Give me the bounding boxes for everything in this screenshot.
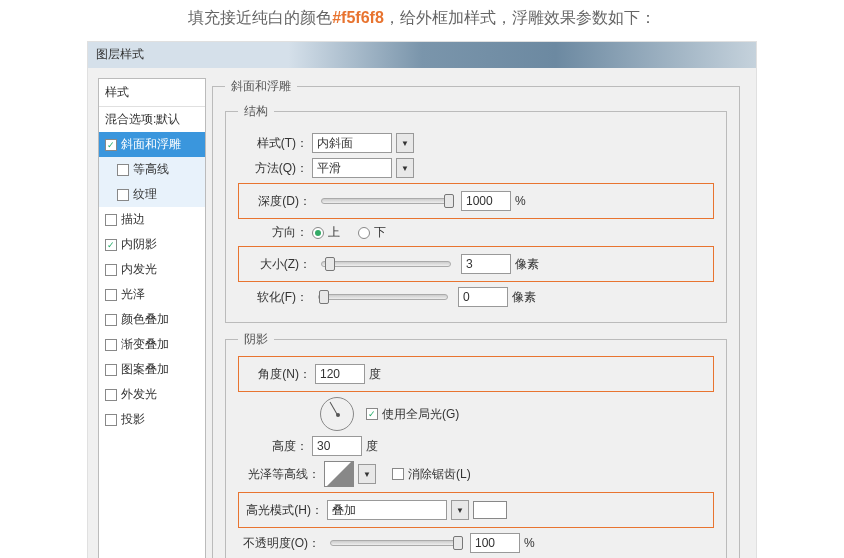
dropdown-arrow-icon[interactable]: ▼ (396, 133, 414, 153)
direction-down-radio[interactable] (358, 227, 370, 239)
sidebar-item-11[interactable]: 投影 (99, 407, 205, 432)
sidebar-checkbox[interactable] (105, 239, 117, 251)
sidebar-item-label: 渐变叠加 (121, 336, 169, 353)
sidebar-checkbox[interactable] (105, 339, 117, 351)
sidebar-item-label: 图案叠加 (121, 361, 169, 378)
sidebar-item-label: 颜色叠加 (121, 311, 169, 328)
hex-color-1: #f5f6f8 (332, 9, 384, 26)
sidebar-checkbox[interactable] (105, 214, 117, 226)
depth-input[interactable]: 1000 (461, 191, 511, 211)
soften-slider[interactable] (318, 294, 448, 300)
antialias-label: 消除锯齿(L) (408, 466, 471, 483)
down-label: 下 (374, 224, 386, 241)
method-label: 方法(Q)： (238, 160, 308, 177)
sidebar-checkbox[interactable] (105, 364, 117, 376)
sidebar-item-label: 内阴影 (121, 236, 157, 253)
structure-fieldset: 结构 样式(T)： 内斜面 ▼ 方法(Q)： 平滑 ▼ 深度(D)： (225, 103, 727, 323)
sidebar-checkbox[interactable] (105, 139, 117, 151)
highlight-opacity-label: 不透明度(O)： (238, 535, 320, 552)
direction-label: 方向： (238, 224, 308, 241)
soften-label: 软化(F)： (238, 289, 308, 306)
layer-style-dialog: 图层样式 样式 混合选项:默认 斜面和浮雕等高线纹理描边内阴影内发光光泽颜色叠加… (87, 41, 757, 558)
structure-legend: 结构 (238, 103, 274, 120)
sidebar-item-6[interactable]: 光泽 (99, 282, 205, 307)
global-light-checkbox[interactable] (366, 408, 378, 420)
sidebar-item-label: 描边 (121, 211, 145, 228)
sidebar-item-label: 投影 (121, 411, 145, 428)
sidebar-checkbox[interactable] (105, 314, 117, 326)
sidebar-checkbox[interactable] (117, 164, 129, 176)
sidebar-item-label: 斜面和浮雕 (121, 136, 181, 153)
dropdown-arrow-icon[interactable]: ▼ (396, 158, 414, 178)
soften-input[interactable]: 0 (458, 287, 508, 307)
sidebar-checkbox[interactable] (105, 264, 117, 276)
antialias-checkbox[interactable] (392, 468, 404, 480)
highlight-opacity-input[interactable]: 100 (470, 533, 520, 553)
dialog-title-bar[interactable]: 图层样式 (88, 42, 756, 68)
sidebar-header: 样式 (99, 79, 205, 107)
sidebar-item-8[interactable]: 渐变叠加 (99, 332, 205, 357)
dropdown-arrow-icon[interactable]: ▼ (358, 464, 376, 484)
styles-sidebar: 样式 混合选项:默认 斜面和浮雕等高线纹理描边内阴影内发光光泽颜色叠加渐变叠加图… (98, 78, 206, 558)
angle-input[interactable]: 120 (315, 364, 365, 384)
sidebar-item-2[interactable]: 纹理 (99, 182, 205, 207)
altitude-input[interactable]: 30 (312, 436, 362, 456)
highlight-mode-box: 高光模式(H)： 叠加 ▼ (238, 492, 714, 528)
depth-unit: % (515, 194, 526, 208)
sidebar-item-0[interactable]: 斜面和浮雕 (99, 132, 205, 157)
dropdown-arrow-icon[interactable]: ▼ (451, 500, 469, 520)
gloss-contour-label: 光泽等高线： (238, 466, 320, 483)
altitude-label: 高度： (238, 438, 308, 455)
global-light-label: 使用全局光(G) (382, 406, 459, 423)
sidebar-item-9[interactable]: 图案叠加 (99, 357, 205, 382)
instruction-text: 填充接近纯白的颜色#f5f6f8，给外框加样式，浮雕效果参数如下： (0, 0, 844, 41)
highlight-mode-dropdown[interactable]: 叠加 (327, 500, 447, 520)
bevel-legend: 斜面和浮雕 (225, 78, 297, 95)
sidebar-checkbox[interactable] (105, 389, 117, 401)
sidebar-checkbox[interactable] (117, 189, 129, 201)
up-label: 上 (328, 224, 340, 241)
main-panel: 斜面和浮雕 结构 样式(T)： 内斜面 ▼ 方法(Q)： 平滑 ▼ (206, 78, 746, 558)
angle-unit: 度 (369, 366, 381, 383)
highlight-opacity-slider[interactable] (330, 540, 460, 546)
gloss-contour-picker[interactable] (324, 461, 354, 487)
blend-options-row[interactable]: 混合选项:默认 (99, 107, 205, 132)
soften-unit: 像素 (512, 289, 536, 306)
shading-fieldset: 阴影 角度(N)： 120 度 使用全局光(G) (225, 331, 727, 558)
method-dropdown[interactable]: 平滑 (312, 158, 392, 178)
style-label: 样式(T)： (238, 135, 308, 152)
sidebar-item-5[interactable]: 内发光 (99, 257, 205, 282)
angle-label: 角度(N)： (241, 366, 311, 383)
size-label: 大小(Z)： (241, 256, 311, 273)
shading-legend: 阴影 (238, 331, 274, 348)
sidebar-checkbox[interactable] (105, 414, 117, 426)
direction-up-radio[interactable] (312, 227, 324, 239)
sidebar-item-3[interactable]: 描边 (99, 207, 205, 232)
depth-slider[interactable] (321, 198, 451, 204)
angle-dial[interactable] (320, 397, 354, 431)
sidebar-item-label: 纹理 (133, 186, 157, 203)
percent-unit: % (524, 536, 535, 550)
sidebar-item-7[interactable]: 颜色叠加 (99, 307, 205, 332)
sidebar-item-1[interactable]: 等高线 (99, 157, 205, 182)
sidebar-checkbox[interactable] (105, 289, 117, 301)
highlight-mode-label: 高光模式(H)： (241, 502, 323, 519)
angle-highlight-box: 角度(N)： 120 度 (238, 356, 714, 392)
sidebar-item-label: 等高线 (133, 161, 169, 178)
highlight-color-swatch[interactable] (473, 501, 507, 519)
style-dropdown[interactable]: 内斜面 (312, 133, 392, 153)
sidebar-item-4[interactable]: 内阴影 (99, 232, 205, 257)
depth-label: 深度(D)： (241, 193, 311, 210)
size-unit: 像素 (515, 256, 539, 273)
sidebar-item-10[interactable]: 外发光 (99, 382, 205, 407)
depth-highlight-box: 深度(D)： 1000 % (238, 183, 714, 219)
size-highlight-box: 大小(Z)： 3 像素 (238, 246, 714, 282)
altitude-unit: 度 (366, 438, 378, 455)
size-input[interactable]: 3 (461, 254, 511, 274)
sidebar-item-label: 外发光 (121, 386, 157, 403)
sidebar-item-label: 内发光 (121, 261, 157, 278)
bevel-fieldset: 斜面和浮雕 结构 样式(T)： 内斜面 ▼ 方法(Q)： 平滑 ▼ (212, 78, 740, 558)
sidebar-item-label: 光泽 (121, 286, 145, 303)
size-slider[interactable] (321, 261, 451, 267)
